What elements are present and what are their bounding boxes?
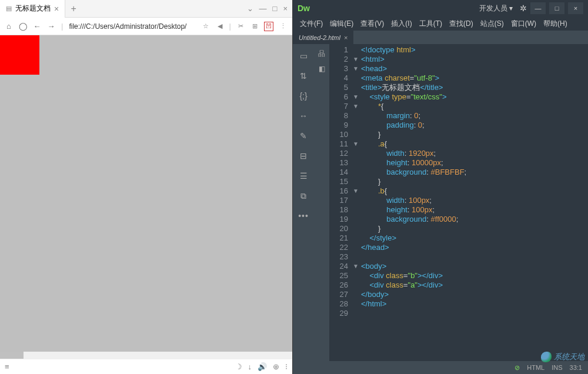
- restore-icon[interactable]: ⌄: [247, 4, 253, 13]
- tool-button[interactable]: ⊟: [298, 150, 309, 162]
- status-more-icon[interactable]: ⁝: [285, 362, 288, 371]
- fold-toggle-icon[interactable]: ▼: [353, 262, 361, 271]
- home-button[interactable]: ⌂: [5, 22, 13, 31]
- code-line[interactable]: 26 <div class="a"></div>: [329, 280, 588, 290]
- gear-icon[interactable]: ✲: [520, 4, 527, 13]
- scrollbar-thumb[interactable]: [0, 352, 24, 359]
- code-line[interactable]: 1<!doctype html>: [329, 45, 588, 55]
- code-line[interactable]: 8 margin: 0;: [329, 111, 588, 121]
- forward-button[interactable]: →: [47, 22, 55, 31]
- code-content[interactable]: background: #ff0000;: [361, 215, 588, 224]
- night-mode-icon[interactable]: ☽: [235, 362, 242, 371]
- code-line[interactable]: 25 <div class="b"></div>: [329, 271, 588, 280]
- code-content[interactable]: <style type="text/css">: [361, 92, 588, 102]
- code-content[interactable]: <head>: [361, 64, 588, 74]
- tool-button[interactable]: ▭: [298, 50, 309, 62]
- code-content[interactable]: <div class="a"></div>: [361, 280, 588, 290]
- code-line[interactable]: 21 </style>: [329, 233, 588, 243]
- code-content[interactable]: [361, 252, 588, 262]
- browser-tab[interactable]: ▤ 无标题文档 ×: [0, 0, 65, 18]
- document-tab-close[interactable]: ×: [344, 34, 348, 41]
- code-line[interactable]: 24▼<body>: [329, 262, 588, 271]
- code-content[interactable]: <html>: [361, 55, 588, 64]
- horizontal-scrollbar[interactable]: [0, 352, 292, 359]
- tool-button[interactable]: {;}: [298, 90, 309, 102]
- fold-toggle-icon[interactable]: ▼: [353, 186, 361, 196]
- code-line[interactable]: 2▼<html>: [329, 55, 588, 64]
- code-content[interactable]: </body>: [361, 290, 588, 299]
- code-content[interactable]: </style>: [361, 233, 588, 243]
- code-content[interactable]: </head>: [361, 243, 588, 252]
- reload-button[interactable]: ◯: [19, 22, 27, 31]
- code-line[interactable]: 28</html>: [329, 299, 588, 309]
- code-content[interactable]: <body>: [361, 262, 588, 271]
- tool-button[interactable]: ⇅: [298, 70, 309, 82]
- code-content[interactable]: }: [361, 224, 588, 233]
- code-line[interactable]: 9 padding: 0;: [329, 121, 588, 130]
- fold-toggle-icon[interactable]: ▼: [353, 139, 361, 149]
- grid-icon[interactable]: ⊞: [250, 22, 259, 31]
- code-content[interactable]: width: 100px;: [361, 196, 588, 205]
- fold-toggle-icon[interactable]: ▼: [353, 102, 361, 111]
- zoom-icon[interactable]: ⊕: [273, 362, 279, 371]
- code-line[interactable]: 18 height: 100px;: [329, 205, 588, 215]
- code-line[interactable]: 15 }: [329, 177, 588, 186]
- code-line[interactable]: 16▼ .b{: [329, 186, 588, 196]
- maximize-button[interactable]: □: [273, 4, 278, 13]
- code-content[interactable]: .b{: [361, 186, 588, 196]
- dw-minimize-button[interactable]: —: [530, 2, 546, 14]
- gutter-button[interactable]: 品: [318, 49, 325, 59]
- code-content[interactable]: *{: [361, 102, 588, 111]
- code-line[interactable]: 29: [329, 309, 588, 318]
- code-line[interactable]: 12 width: 1920px;: [329, 149, 588, 158]
- more-icon[interactable]: ⋮: [278, 22, 288, 31]
- tool-button[interactable]: ☰: [298, 170, 309, 182]
- url-field[interactable]: file:///C:/Users/Administrator/Desktop/: [69, 22, 195, 31]
- code-line[interactable]: 6▼ <style type="text/css">: [329, 92, 588, 102]
- document-tab[interactable]: Untitled-2.html ×: [293, 31, 353, 44]
- favorite-icon[interactable]: ☆: [201, 22, 211, 31]
- code-content[interactable]: [361, 309, 588, 318]
- volume-icon[interactable]: 🔊: [258, 362, 267, 371]
- back-button[interactable]: ←: [33, 22, 41, 31]
- code-line[interactable]: 11▼ .a{: [329, 139, 588, 149]
- menu-item[interactable]: 窗口(W): [509, 18, 539, 30]
- menu-item[interactable]: 插入(I): [389, 18, 414, 30]
- code-line[interactable]: 4<meta charset="utf-8">: [329, 74, 588, 83]
- code-content[interactable]: }: [361, 130, 588, 139]
- status-language[interactable]: HTML: [527, 364, 544, 371]
- code-content[interactable]: width: 1920px;: [361, 149, 588, 158]
- dw-close-button[interactable]: ×: [568, 2, 583, 14]
- code-line[interactable]: 22</head>: [329, 243, 588, 252]
- fold-toggle-icon[interactable]: ▼: [353, 64, 361, 74]
- code-content[interactable]: margin: 0;: [361, 111, 588, 121]
- status-ok-icon[interactable]: ⊘: [514, 364, 520, 372]
- code-line[interactable]: 5<title>无标题文档</title>: [329, 83, 588, 92]
- tool-button[interactable]: ↔: [298, 110, 309, 122]
- code-content[interactable]: <title>无标题文档</title>: [361, 83, 588, 92]
- code-content[interactable]: }: [361, 177, 588, 186]
- cut-icon[interactable]: ✂: [236, 22, 245, 31]
- menu-item[interactable]: 查看(V): [358, 18, 386, 30]
- code-content[interactable]: background: #BFBFBF;: [361, 168, 588, 177]
- gutter-button[interactable]: ◧: [319, 65, 325, 73]
- code-line[interactable]: 3▼<head>: [329, 64, 588, 74]
- code-line[interactable]: 19 background: #ff0000;: [329, 215, 588, 224]
- code-content[interactable]: <meta charset="utf-8">: [361, 74, 588, 83]
- menu-item[interactable]: 工具(T): [417, 18, 445, 30]
- close-window-button[interactable]: ×: [283, 4, 288, 13]
- code-line[interactable]: 23: [329, 252, 588, 262]
- code-line[interactable]: 20 }: [329, 224, 588, 233]
- code-content[interactable]: <div class="b"></div>: [361, 271, 588, 280]
- code-content[interactable]: padding: 0;: [361, 121, 588, 130]
- block-icon[interactable]: ◀: [215, 22, 225, 31]
- menu-icon[interactable]: ≡: [5, 362, 9, 371]
- menu-item[interactable]: 查找(D): [447, 18, 476, 30]
- tab-close-button[interactable]: ×: [54, 5, 59, 13]
- code-line[interactable]: 10 }: [329, 130, 588, 139]
- code-content[interactable]: <!doctype html>: [361, 45, 588, 55]
- menu-item[interactable]: 帮助(H): [541, 18, 570, 30]
- code-content[interactable]: height: 10000px;: [361, 158, 588, 168]
- menu-item[interactable]: 文件(F): [298, 18, 325, 30]
- tool-button[interactable]: ✎: [298, 130, 309, 142]
